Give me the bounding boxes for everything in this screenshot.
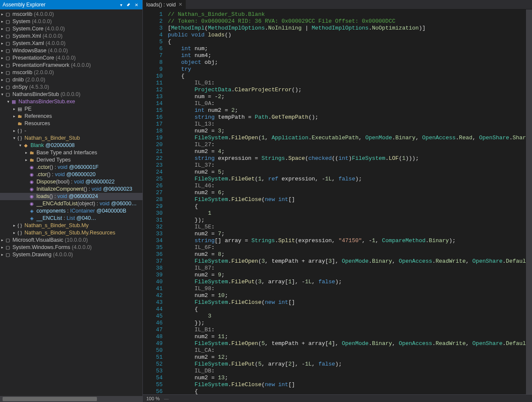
chevron-down-icon[interactable]: ▾	[6, 98, 10, 105]
tree-row[interactable]: ▸🖿Resources	[0, 120, 142, 127]
chevron-right-icon[interactable]: ▸	[24, 149, 28, 156]
chevron-right-icon[interactable]: ▸	[0, 244, 4, 251]
tree-row[interactable]: ▸▢System (4.0.0.0)	[0, 18, 142, 25]
tree-row[interactable]: ▸▢Microsoft.VisualBasic (10.0.0.0)	[0, 237, 142, 244]
tree-row[interactable]: ▾▦NathansBinderStub.exe	[0, 98, 142, 105]
chevron-right-icon[interactable]: ▸	[0, 33, 4, 40]
tree-row[interactable]: ▸◉InitializeComponent() : void @06000023	[0, 186, 142, 193]
code-line[interactable]: num2 = 6;	[168, 189, 526, 196]
zoom-level[interactable]: 100 %	[146, 396, 160, 401]
code-line[interactable]: num2 = 12;	[168, 354, 526, 361]
code-line[interactable]: FileSystem.FileClose(new int[]	[168, 196, 526, 203]
code-line[interactable]: FileSystem.FileOpen(3, tempPath + array[…	[168, 258, 526, 265]
tree-row[interactable]: ▸🖿Derived Types	[0, 156, 142, 164]
code-line[interactable]: string expression = Strings.Space(checke…	[168, 155, 526, 162]
code-line[interactable]: FileSystem.FileGet(1, ref expression, -1…	[168, 176, 526, 183]
code-line[interactable]: num2 = 4;	[168, 148, 526, 155]
tree-row[interactable]: ▸▢PresentationFramework (4.0.0.0)	[0, 62, 142, 69]
chevron-right-icon[interactable]: ▸	[0, 62, 4, 69]
tree-row[interactable]: ▸◈__ENCList : List @040…	[0, 215, 142, 222]
code-line[interactable]: IL_13:	[168, 121, 526, 128]
tree-row[interactable]: ▸◉.ctor() : void @06000020	[0, 171, 142, 178]
chevron-right-icon[interactable]: ▸	[0, 11, 4, 18]
panel-dropdown-icon[interactable]: ▾	[118, 1, 124, 8]
code-line[interactable]: int num4;	[168, 52, 526, 59]
code-line[interactable]: string[] array = Strings.Split(expressio…	[168, 237, 526, 244]
tree-row[interactable]: ▸◈components : IContainer @0400000B	[0, 207, 142, 215]
code-line[interactable]: IL_5E:	[168, 224, 526, 231]
code-line[interactable]: num2 = 3;	[168, 128, 526, 135]
pin-icon[interactable]: ▮	[124, 0, 134, 9]
chevron-right-icon[interactable]: ▸	[12, 222, 16, 229]
code-line[interactable]: public void loads()	[168, 32, 526, 39]
code-line[interactable]: object obj;	[168, 59, 526, 66]
code-line[interactable]: IL_37:	[168, 162, 526, 169]
chevron-right-icon[interactable]: ▸	[0, 76, 4, 84]
tree-row[interactable]: ▸▢System.Windows.Forms (4.0.0.0)	[0, 244, 142, 251]
tree-row[interactable]: ▸▢System.Xml (4.0.0.0)	[0, 33, 142, 40]
code-line[interactable]: FileSystem.FileClose(new int[]	[168, 299, 526, 306]
code-line[interactable]: FileSystem.FilePut(3, array[1], -1L, fal…	[168, 279, 526, 285]
code-line[interactable]: num2 = 13;	[168, 375, 526, 381]
tree-row[interactable]: ▸▢WindowsBase (4.0.0.0)	[0, 47, 142, 54]
chevron-right-icon[interactable]: ▸	[12, 105, 16, 113]
tree-row[interactable]: ▾{ }Nathan_s_Binder_Stub	[0, 135, 142, 142]
tree-row[interactable]: ▸▢mscorlib (4.0.0.0)	[0, 11, 142, 18]
tree-row[interactable]: ▸◉loads() : void @06000024	[0, 193, 142, 200]
code-line[interactable]: IL_DB:	[168, 368, 526, 375]
code-line[interactable]: FileSystem.FileOpen(1, Application.Execu…	[168, 135, 526, 141]
tree-row[interactable]: ▸🖿References	[0, 113, 142, 120]
tree-row[interactable]: ▸{ }Nathan_s_Binder_Stub.My	[0, 222, 142, 229]
code-line[interactable]: int num2 = 2;	[168, 107, 526, 114]
code-line[interactable]: {	[168, 73, 526, 80]
chevron-right-icon[interactable]: ▸	[12, 229, 16, 237]
code-editor[interactable]: 1234567891011121314151617181920212223242…	[143, 9, 532, 394]
code-line[interactable]: IL_6F:	[168, 244, 526, 251]
chevron-right-icon[interactable]: ▸	[0, 40, 4, 47]
tree-row[interactable]: ▸◉__ENCAddToList(object) : void @06000…	[0, 200, 142, 207]
code-line[interactable]: FileSystem.FilePut(5, array[2], -1L, fal…	[168, 361, 526, 368]
code-line[interactable]: num2 = 7;	[168, 231, 526, 237]
tree-row[interactable]: ▸▤PE	[0, 105, 142, 113]
chevron-down-icon[interactable]: ▾	[18, 142, 22, 149]
chevron-down-icon[interactable]: ▾	[0, 91, 4, 98]
code-line[interactable]: num2 = 5;	[168, 169, 526, 176]
code-line[interactable]: });	[168, 320, 526, 327]
tree-row[interactable]: ▸▢mscorlib (2.0.0.0)	[0, 69, 142, 76]
tree-row[interactable]: ▸🖿Base Type and Interfaces	[0, 149, 142, 156]
tree-row[interactable]: ▸▢PresentationCore (4.0.0.0)	[0, 54, 142, 62]
code-line[interactable]: // Nathan_s_Binder_Stub.Blank	[168, 11, 526, 18]
tree-row[interactable]: ▸▢System.Drawing (4.0.0.0)	[0, 251, 142, 258]
chevron-right-icon[interactable]: ▸	[0, 18, 4, 25]
tree-row[interactable]: ▸▢System.Core (4.0.0.0)	[0, 25, 142, 33]
chevron-right-icon[interactable]: ▸	[12, 113, 16, 120]
code-line[interactable]: try	[168, 66, 526, 73]
code-line[interactable]: IL_46:	[168, 183, 526, 189]
chevron-right-icon[interactable]: ▸	[0, 251, 4, 258]
chevron-right-icon[interactable]: ▸	[0, 237, 4, 244]
code-line[interactable]: num2 = 8;	[168, 251, 526, 258]
tree-horizontal-scrollbar[interactable]	[0, 396, 142, 402]
chevron-right-icon[interactable]: ▸	[0, 25, 4, 33]
code-line[interactable]: num2 = 11;	[168, 333, 526, 340]
tree-row[interactable]: ▸{ }-	[0, 127, 142, 135]
code-line[interactable]: 3	[168, 313, 526, 320]
code-line[interactable]: num2 = 10;	[168, 292, 526, 299]
tree-row[interactable]: ▾▢NathansBinderStub (0.0.0.0)	[0, 91, 142, 98]
code-line[interactable]: string tempPath = Path.GetTempPath();	[168, 114, 526, 121]
code-line[interactable]: IL_98:	[168, 285, 526, 292]
code-view[interactable]: // Nathan_s_Binder_Stub.Blank// Token: 0…	[168, 9, 526, 394]
code-line[interactable]: IL_01:	[168, 80, 526, 87]
chevron-right-icon[interactable]: ▸	[0, 54, 4, 62]
chevron-down-icon[interactable]: ▾	[12, 135, 16, 142]
tree-row[interactable]: ▸◉Dispose(bool) : void @06000022	[0, 178, 142, 186]
editor-vertical-scrollbar[interactable]	[526, 9, 532, 394]
code-line[interactable]: [MethodImpl(MethodImplOptions.NoInlining…	[168, 25, 526, 32]
code-line[interactable]: FileSystem.FileClose(new int[]	[168, 381, 526, 388]
assembly-tree[interactable]: ▸▢mscorlib (4.0.0.0)▸▢System (4.0.0.0)▸▢…	[0, 9, 142, 396]
chevron-right-icon[interactable]: ▸	[24, 156, 28, 164]
tree-row[interactable]: ▸▢dnlib (2.0.0.0)	[0, 76, 142, 84]
code-line[interactable]: {	[168, 203, 526, 210]
chevron-right-icon[interactable]: ▸	[0, 47, 4, 54]
code-line[interactable]: {	[168, 388, 526, 394]
